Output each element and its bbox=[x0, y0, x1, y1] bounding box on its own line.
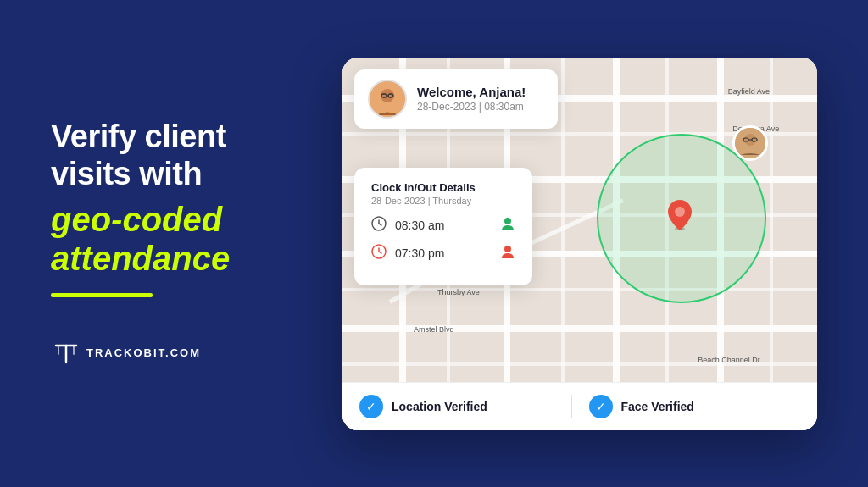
welcome-avatar bbox=[368, 80, 407, 119]
main-card: Bayfield Ave De Costa Ave Almeda Ave Thu… bbox=[342, 58, 817, 430]
clock-out-time: 07:30 pm bbox=[395, 246, 492, 260]
clock-in-time: 08:30 am bbox=[395, 219, 492, 232]
map-label-amstel-blvd: Amstel Blvd bbox=[414, 325, 454, 334]
headline-accent: geo-coded attendance bbox=[51, 200, 339, 278]
map-label-bayfield: Bayfield Ave bbox=[728, 87, 770, 96]
face-verified-label: Face Verified bbox=[621, 400, 694, 413]
face-verified-badge: ✓ Face Verified bbox=[571, 395, 801, 418]
location-verified-badge: ✓ Location Verified bbox=[359, 395, 571, 418]
clock-in-row: 08:30 am bbox=[371, 216, 515, 235]
map-label-beach-channel: Beach Channel Dr bbox=[698, 356, 760, 364]
svg-point-20 bbox=[504, 246, 511, 252]
clock-out-icon bbox=[371, 244, 387, 263]
accent-line2: attendance bbox=[51, 240, 230, 277]
welcome-card: Welcome, Anjana! 28-Dec-2023 | 08:30am bbox=[354, 69, 558, 129]
headline: Verify client visits with bbox=[51, 119, 339, 192]
clock-in-icon bbox=[371, 216, 387, 235]
welcome-datetime: 28-Dec-2023 | 08:30am bbox=[417, 101, 526, 113]
face-check-icon: ✓ bbox=[589, 395, 613, 418]
person-in-icon bbox=[500, 216, 515, 235]
map-label-thursby: Thursby Ave bbox=[437, 288, 480, 296]
clock-out-row: 07:30 pm bbox=[371, 244, 515, 263]
accent-underline bbox=[51, 293, 153, 297]
person-out-icon bbox=[500, 244, 515, 263]
svg-point-18 bbox=[504, 218, 511, 224]
accent-line1: geo-coded bbox=[51, 201, 222, 238]
welcome-name: Welcome, Anjana! bbox=[417, 85, 526, 99]
clock-card: Clock In/Out Details 28-Dec-2023 | Thurs… bbox=[354, 168, 532, 285]
location-verified-label: Location Verified bbox=[392, 400, 487, 413]
left-panel: Verify client visits with geo-coded atte… bbox=[51, 119, 339, 368]
verification-bar: ✓ Location Verified ✓ Face Verified bbox=[342, 382, 817, 430]
headline-line2: visits with bbox=[51, 156, 202, 191]
location-check-icon: ✓ bbox=[359, 395, 383, 418]
clock-title: Clock In/Out Details bbox=[371, 181, 515, 194]
logo-icon bbox=[51, 338, 81, 368]
headline-line1: Verify client bbox=[51, 119, 226, 154]
logo-area: TRACKOBIT.COM bbox=[51, 338, 339, 368]
right-panel: Bayfield Ave De Costa Ave Almeda Ave Thu… bbox=[342, 58, 826, 430]
logo-text: TRACKOBIT.COM bbox=[86, 346, 201, 359]
svg-point-6 bbox=[675, 207, 685, 217]
map-user-avatar bbox=[732, 125, 768, 161]
map-pin bbox=[668, 200, 692, 236]
clock-date: 28-Dec-2023 | Thursday bbox=[371, 196, 515, 206]
welcome-info: Welcome, Anjana! 28-Dec-2023 | 08:30am bbox=[417, 85, 526, 113]
